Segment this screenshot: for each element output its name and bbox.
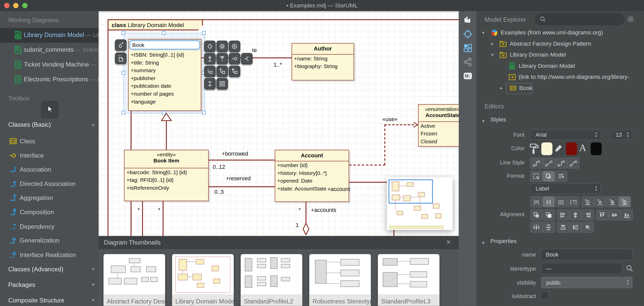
expand-icon[interactable]: ▸: [491, 41, 493, 46]
expand-icon[interactable]: ▾: [482, 30, 485, 35]
thumbnail-standard-profile-l2[interactable]: StandardProfileL2: [241, 254, 302, 306]
tool-interface[interactable]: Interface: [0, 150, 98, 162]
expand-icon[interactable]: ▸: [500, 85, 503, 91]
thumbnail-standard-profile-l3[interactable]: StandardProfileL3: [378, 254, 439, 306]
collapse-arrow-icon[interactable]: ▼: [91, 282, 95, 287]
add-generalization-button[interactable]: [204, 53, 216, 65]
format-show-shadow-button[interactable]: [542, 171, 555, 182]
bring-to-front-button[interactable]: [542, 209, 555, 220]
resize-handle[interactable]: [121, 111, 125, 114]
align-top-button[interactable]: [596, 209, 608, 220]
font-color-swatch[interactable]: [591, 143, 602, 155]
tool-class[interactable]: Class: [0, 135, 98, 148]
line-style-rectilinear-button[interactable]: [530, 158, 542, 169]
working-diagram-item[interactable]: Ticket Vending Machine — T: [0, 57, 98, 72]
align-right-button[interactable]: [581, 209, 594, 220]
generalization-line[interactable]: [166, 120, 167, 151]
working-diagram-item[interactable]: submit_comments — Submit: [0, 43, 98, 57]
resize-handle[interactable]: [202, 111, 206, 114]
enumeration-account-state[interactable]: «enumeration» AccountState Active Frozen…: [418, 104, 459, 147]
visibility-select[interactable]: public ▲▼: [541, 277, 633, 288]
quick-settings-button[interactable]: [216, 41, 228, 52]
dependency-line-use[interactable]: [349, 164, 385, 165]
diagram-canvas[interactable]: class Library Domain Model +ISBN: String…: [98, 11, 459, 236]
send-to-back-button[interactable]: [530, 209, 542, 220]
suppress-literals-button[interactable]: x: [618, 196, 631, 207]
distribute-vertically-button[interactable]: [542, 222, 555, 233]
resize-handle[interactable]: [121, 71, 125, 74]
format-word-wrap-button[interactable]: [555, 171, 567, 182]
resize-handle[interactable]: [121, 31, 125, 35]
share-button[interactable]: [463, 57, 473, 67]
association-line[interactable]: [142, 201, 143, 236]
align-left-button[interactable]: [557, 209, 569, 220]
working-diagram-item[interactable]: Electronic Prescriptions — E: [0, 72, 98, 87]
association-line-borrowed[interactable]: [209, 160, 275, 160]
stereotype-search-button[interactable]: [626, 265, 633, 272]
add-aggregated-class-button[interactable]: [216, 66, 228, 77]
collapse-icon[interactable]: ▾: [482, 240, 485, 246]
add-provided-interface-button[interactable]: [115, 40, 127, 51]
styles-section-label[interactable]: Styles: [490, 116, 506, 123]
class-book-item[interactable]: «entity» Book Item +barcode: String[0..1…: [124, 150, 209, 201]
markdown-button[interactable]: M↓: [463, 71, 473, 81]
tree-item-examples[interactable]: ▾ Examples (from www.uml-diagrams.org): [476, 28, 644, 39]
show-property-button[interactable]: [▫]: [542, 196, 555, 207]
stereotype-input[interactable]: [541, 263, 622, 274]
arrange-mode-select[interactable]: Label ▲▼: [530, 184, 601, 194]
working-diagram-item[interactable]: Library Domain Model — Lib: [0, 28, 98, 43]
name-input[interactable]: [541, 249, 633, 260]
align-center-button[interactable]: [569, 209, 581, 220]
equal-width-button[interactable]: [569, 222, 581, 233]
quick-state-button[interactable]: [229, 41, 240, 52]
suppress-operations-button[interactable]: x: [594, 196, 606, 207]
resize-handle[interactable]: [202, 31, 206, 35]
class-name-edit-input[interactable]: [130, 41, 200, 49]
tree-item-book[interactable]: ▸ Book: [476, 83, 644, 94]
show-type-button[interactable]: [:T]: [567, 196, 579, 207]
add-note-link-button[interactable]: [115, 53, 127, 64]
line-style-curve-button[interactable]: [567, 158, 579, 169]
aggregation-line-accounts[interactable]: [306, 202, 306, 223]
class-account[interactable]: Account +number {id} +history: History[0…: [275, 150, 349, 202]
close-icon[interactable]: ✕: [446, 238, 451, 246]
suppress-attributes-button[interactable]: x: [581, 196, 594, 207]
is-abstract-checkbox[interactable]: [541, 291, 549, 299]
spinner-icon[interactable]: ▲▼: [626, 131, 629, 138]
add-port-button[interactable]: [204, 78, 216, 90]
line-color-swatch[interactable]: [566, 143, 577, 155]
font-size-select[interactable]: 13 ▲▼: [610, 130, 633, 140]
tool-dependency[interactable]: Dependency: [0, 221, 98, 233]
add-interface-button[interactable]: [229, 53, 240, 65]
thumbnail-abstract-factory[interactable]: Abstract Factory Desig: [104, 254, 165, 306]
model-explorer-search[interactable]: [535, 14, 624, 25]
format-auto-resize-button[interactable]: [530, 171, 542, 182]
toolbox-section-classes-basic[interactable]: Classes (Basic): [8, 121, 51, 128]
explorer-settings-button[interactable]: [627, 15, 635, 23]
resize-handle[interactable]: [162, 111, 165, 114]
layout-button[interactable]: [463, 43, 473, 53]
select-tool-button[interactable]: [41, 101, 58, 118]
add-associated-class-button[interactable]: [204, 66, 216, 77]
align-bottom-button[interactable]: [621, 209, 633, 220]
font-family-select[interactable]: Arial ▲▼: [530, 130, 601, 140]
tool-generalization[interactable]: Generalization: [0, 235, 98, 247]
align-middle-button[interactable]: [608, 209, 621, 220]
resize-handle[interactable]: [162, 31, 165, 35]
line-style-rounded-rectilinear-button[interactable]: [555, 158, 567, 169]
tool-directed-association[interactable]: Directed Association: [0, 178, 98, 190]
add-part-button[interactable]: [216, 78, 228, 90]
zoom-navigator-button[interactable]: [463, 29, 473, 39]
expand-icon[interactable]: ▾: [491, 52, 493, 57]
equal-height-button[interactable]: [557, 222, 569, 233]
class-author[interactable]: Author +name: String +biography: String: [292, 43, 354, 80]
search-input[interactable]: [548, 15, 621, 22]
association-line-account[interactable]: [349, 182, 388, 183]
add-composited-class-button[interactable]: [229, 66, 240, 77]
tree-item-library-domain-model-diagram[interactable]: Library Domain Model: [476, 61, 644, 72]
toolbox-section-classes-advanced[interactable]: Classes (Advanced): [8, 265, 63, 272]
thumbnail-robustness-stereotype[interactable]: Robustness Stereotype: [309, 254, 371, 306]
dependency-line-use[interactable]: [385, 124, 385, 165]
add-realization-button[interactable]: [216, 53, 228, 65]
association-line[interactable]: [393, 230, 394, 236]
